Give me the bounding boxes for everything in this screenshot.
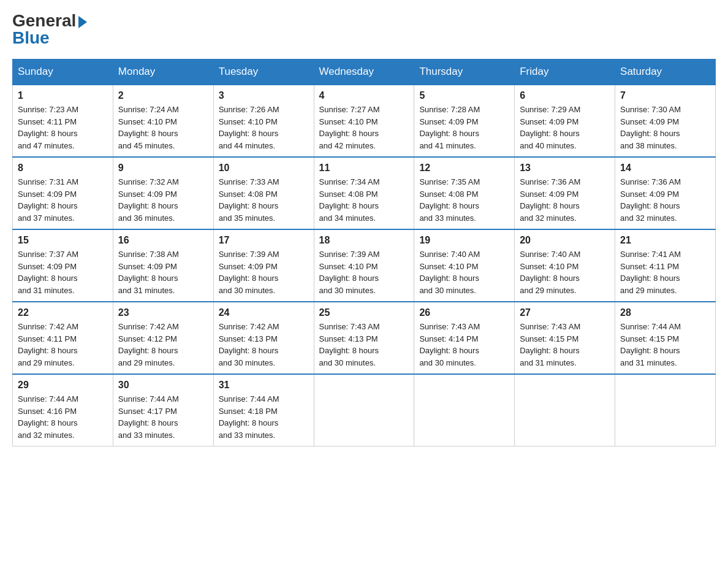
calendar-cell: 30Sunrise: 7:44 AMSunset: 4:17 PMDayligh… bbox=[113, 374, 213, 446]
day-number: 5 bbox=[419, 90, 509, 101]
day-info: Sunrise: 7:42 AMSunset: 4:13 PMDaylight:… bbox=[219, 321, 309, 369]
day-info: Sunrise: 7:42 AMSunset: 4:11 PMDaylight:… bbox=[18, 321, 108, 369]
day-info: Sunrise: 7:43 AMSunset: 4:13 PMDaylight:… bbox=[319, 321, 409, 369]
calendar-header-tuesday: Tuesday bbox=[213, 59, 314, 85]
day-info: Sunrise: 7:44 AMSunset: 4:18 PMDaylight:… bbox=[219, 393, 309, 441]
calendar-cell: 15Sunrise: 7:37 AMSunset: 4:09 PMDayligh… bbox=[13, 229, 113, 302]
day-number: 14 bbox=[620, 163, 710, 174]
calendar-cell: 19Sunrise: 7:40 AMSunset: 4:10 PMDayligh… bbox=[414, 229, 515, 302]
calendar-header-sunday: Sunday bbox=[13, 59, 113, 85]
day-info: Sunrise: 7:26 AMSunset: 4:10 PMDaylight:… bbox=[219, 104, 309, 151]
day-info: Sunrise: 7:42 AMSunset: 4:12 PMDaylight:… bbox=[118, 321, 208, 369]
calendar-cell: 13Sunrise: 7:36 AMSunset: 4:09 PMDayligh… bbox=[515, 157, 615, 229]
day-number: 8 bbox=[18, 163, 108, 174]
day-number: 7 bbox=[620, 90, 710, 101]
day-info: Sunrise: 7:37 AMSunset: 4:09 PMDaylight:… bbox=[18, 248, 108, 296]
logo: General Blue bbox=[12, 12, 87, 47]
calendar-week-row: 1Sunrise: 7:23 AMSunset: 4:11 PMDaylight… bbox=[13, 85, 716, 157]
day-number: 1 bbox=[18, 90, 108, 101]
day-info: Sunrise: 7:40 AMSunset: 4:10 PMDaylight:… bbox=[520, 248, 610, 296]
calendar-cell: 18Sunrise: 7:39 AMSunset: 4:10 PMDayligh… bbox=[314, 229, 414, 302]
day-number: 2 bbox=[118, 90, 208, 101]
day-number: 27 bbox=[520, 307, 610, 318]
calendar-header-saturday: Saturday bbox=[615, 59, 716, 85]
calendar-cell bbox=[314, 374, 414, 446]
day-info: Sunrise: 7:34 AMSunset: 4:08 PMDaylight:… bbox=[319, 176, 409, 224]
calendar-header-row: SundayMondayTuesdayWednesdayThursdayFrid… bbox=[13, 59, 716, 85]
day-number: 31 bbox=[219, 380, 309, 391]
day-info: Sunrise: 7:32 AMSunset: 4:09 PMDaylight:… bbox=[118, 176, 208, 224]
day-info: Sunrise: 7:24 AMSunset: 4:10 PMDaylight:… bbox=[118, 104, 208, 151]
day-number: 6 bbox=[520, 90, 610, 101]
calendar-cell: 9Sunrise: 7:32 AMSunset: 4:09 PMDaylight… bbox=[113, 157, 213, 229]
day-number: 16 bbox=[118, 235, 208, 246]
calendar-cell: 31Sunrise: 7:44 AMSunset: 4:18 PMDayligh… bbox=[213, 374, 314, 446]
logo-blue-text: Blue bbox=[12, 29, 50, 47]
day-info: Sunrise: 7:31 AMSunset: 4:09 PMDaylight:… bbox=[18, 176, 108, 224]
calendar-cell: 11Sunrise: 7:34 AMSunset: 4:08 PMDayligh… bbox=[314, 157, 414, 229]
day-number: 26 bbox=[419, 307, 509, 318]
calendar-cell bbox=[615, 374, 716, 446]
day-number: 21 bbox=[620, 235, 710, 246]
calendar-week-row: 15Sunrise: 7:37 AMSunset: 4:09 PMDayligh… bbox=[13, 229, 716, 302]
day-info: Sunrise: 7:36 AMSunset: 4:09 PMDaylight:… bbox=[620, 176, 710, 224]
calendar-header-wednesday: Wednesday bbox=[314, 59, 414, 85]
calendar-header-thursday: Thursday bbox=[414, 59, 515, 85]
calendar-cell: 21Sunrise: 7:41 AMSunset: 4:11 PMDayligh… bbox=[615, 229, 716, 302]
calendar-header-monday: Monday bbox=[113, 59, 213, 85]
day-number: 18 bbox=[319, 235, 409, 246]
day-number: 19 bbox=[419, 235, 509, 246]
calendar-cell: 8Sunrise: 7:31 AMSunset: 4:09 PMDaylight… bbox=[13, 157, 113, 229]
calendar-cell: 6Sunrise: 7:29 AMSunset: 4:09 PMDaylight… bbox=[515, 85, 615, 157]
day-info: Sunrise: 7:44 AMSunset: 4:16 PMDaylight:… bbox=[18, 393, 108, 441]
day-number: 9 bbox=[118, 163, 208, 174]
day-number: 30 bbox=[118, 380, 208, 391]
day-number: 4 bbox=[319, 90, 409, 101]
calendar-cell: 2Sunrise: 7:24 AMSunset: 4:10 PMDaylight… bbox=[113, 85, 213, 157]
day-info: Sunrise: 7:35 AMSunset: 4:08 PMDaylight:… bbox=[419, 176, 509, 224]
day-number: 11 bbox=[319, 163, 409, 174]
calendar-cell: 27Sunrise: 7:43 AMSunset: 4:15 PMDayligh… bbox=[515, 302, 615, 374]
day-info: Sunrise: 7:43 AMSunset: 4:14 PMDaylight:… bbox=[419, 321, 509, 369]
day-info: Sunrise: 7:28 AMSunset: 4:09 PMDaylight:… bbox=[419, 104, 509, 151]
calendar-cell: 1Sunrise: 7:23 AMSunset: 4:11 PMDaylight… bbox=[13, 85, 113, 157]
calendar-week-row: 22Sunrise: 7:42 AMSunset: 4:11 PMDayligh… bbox=[13, 302, 716, 374]
logo-general-text: General bbox=[12, 12, 87, 29]
day-number: 24 bbox=[219, 307, 309, 318]
day-number: 20 bbox=[520, 235, 610, 246]
page-header: General Blue bbox=[12, 12, 716, 47]
calendar-cell bbox=[414, 374, 515, 446]
day-number: 17 bbox=[219, 235, 309, 246]
day-info: Sunrise: 7:38 AMSunset: 4:09 PMDaylight:… bbox=[118, 248, 208, 296]
calendar-cell: 17Sunrise: 7:39 AMSunset: 4:09 PMDayligh… bbox=[213, 229, 314, 302]
day-number: 29 bbox=[18, 380, 108, 391]
day-info: Sunrise: 7:39 AMSunset: 4:10 PMDaylight:… bbox=[319, 248, 409, 296]
day-info: Sunrise: 7:23 AMSunset: 4:11 PMDaylight:… bbox=[18, 104, 108, 151]
calendar-cell: 24Sunrise: 7:42 AMSunset: 4:13 PMDayligh… bbox=[213, 302, 314, 374]
day-info: Sunrise: 7:30 AMSunset: 4:09 PMDaylight:… bbox=[620, 104, 710, 151]
calendar-cell bbox=[515, 374, 615, 446]
day-info: Sunrise: 7:39 AMSunset: 4:09 PMDaylight:… bbox=[219, 248, 309, 296]
day-number: 15 bbox=[18, 235, 108, 246]
day-number: 10 bbox=[219, 163, 309, 174]
calendar-cell: 16Sunrise: 7:38 AMSunset: 4:09 PMDayligh… bbox=[113, 229, 213, 302]
calendar-cell: 20Sunrise: 7:40 AMSunset: 4:10 PMDayligh… bbox=[515, 229, 615, 302]
calendar-cell: 5Sunrise: 7:28 AMSunset: 4:09 PMDaylight… bbox=[414, 85, 515, 157]
calendar-cell: 26Sunrise: 7:43 AMSunset: 4:14 PMDayligh… bbox=[414, 302, 515, 374]
calendar-cell: 10Sunrise: 7:33 AMSunset: 4:08 PMDayligh… bbox=[213, 157, 314, 229]
calendar-header-friday: Friday bbox=[515, 59, 615, 85]
day-info: Sunrise: 7:33 AMSunset: 4:08 PMDaylight:… bbox=[219, 176, 309, 224]
calendar-cell: 12Sunrise: 7:35 AMSunset: 4:08 PMDayligh… bbox=[414, 157, 515, 229]
calendar-cell: 3Sunrise: 7:26 AMSunset: 4:10 PMDaylight… bbox=[213, 85, 314, 157]
calendar-week-row: 8Sunrise: 7:31 AMSunset: 4:09 PMDaylight… bbox=[13, 157, 716, 229]
calendar-cell: 23Sunrise: 7:42 AMSunset: 4:12 PMDayligh… bbox=[113, 302, 213, 374]
day-info: Sunrise: 7:36 AMSunset: 4:09 PMDaylight:… bbox=[520, 176, 610, 224]
day-info: Sunrise: 7:44 AMSunset: 4:15 PMDaylight:… bbox=[620, 321, 710, 369]
day-number: 12 bbox=[419, 163, 509, 174]
calendar-cell: 14Sunrise: 7:36 AMSunset: 4:09 PMDayligh… bbox=[615, 157, 716, 229]
calendar-week-row: 29Sunrise: 7:44 AMSunset: 4:16 PMDayligh… bbox=[13, 374, 716, 446]
day-info: Sunrise: 7:29 AMSunset: 4:09 PMDaylight:… bbox=[520, 104, 610, 151]
day-number: 25 bbox=[319, 307, 409, 318]
calendar-cell: 22Sunrise: 7:42 AMSunset: 4:11 PMDayligh… bbox=[13, 302, 113, 374]
day-info: Sunrise: 7:43 AMSunset: 4:15 PMDaylight:… bbox=[520, 321, 610, 369]
